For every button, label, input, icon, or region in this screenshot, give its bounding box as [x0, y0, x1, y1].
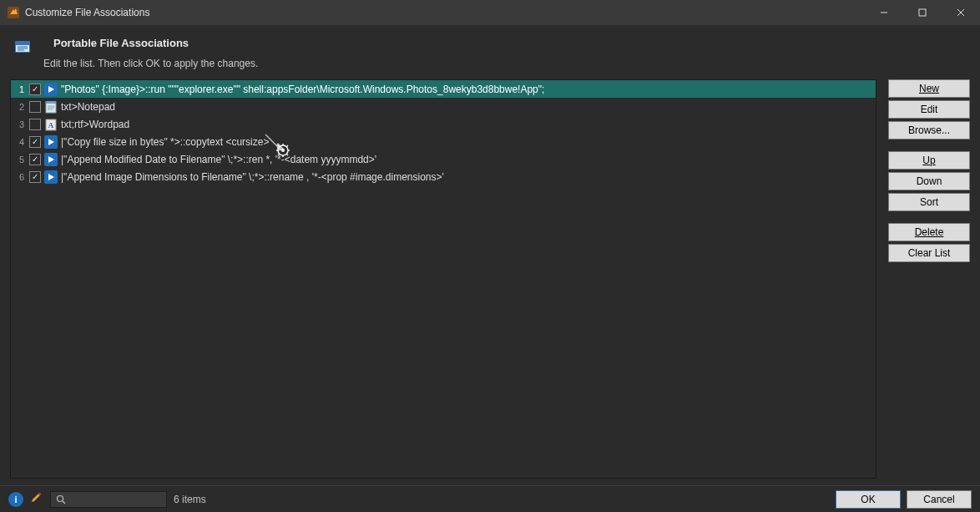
line-number: 3: [11, 119, 28, 129]
svg-text:A: A: [48, 121, 54, 129]
row-type-icon: A: [44, 118, 58, 131]
cancel-button[interactable]: Cancel: [907, 490, 972, 509]
row-type-icon: [44, 100, 58, 114]
line-number: 5: [11, 155, 28, 165]
row-checkbox[interactable]: [29, 154, 41, 165]
titlebar: Customize File Associations: [0, 0, 980, 25]
row-type-icon: [44, 153, 58, 166]
browse-button[interactable]: Browse...: [888, 121, 970, 139]
maximize-button[interactable]: [903, 0, 942, 25]
list-row[interactable]: 3Atxt;rtf>Wordpad: [11, 115, 876, 133]
row-type-icon: [44, 135, 58, 149]
list-row[interactable]: 1"Photos" {:Image}>::run """explorer.exe…: [11, 80, 876, 98]
down-button[interactable]: Down: [888, 172, 970, 190]
up-button[interactable]: Up: [888, 151, 970, 170]
row-text: "Photos" {:Image}>::run """explorer.exe"…: [61, 84, 544, 95]
header-title: Portable File Associations: [43, 37, 258, 56]
side-buttons: New Edit Browse... Up Down Sort Delete C…: [888, 79, 970, 479]
minimize-button[interactable]: [865, 0, 903, 25]
row-text: |"Copy file size in bytes" *>::copytext …: [61, 136, 269, 148]
info-icon[interactable]: i: [8, 492, 23, 507]
edit-icon[interactable]: [30, 491, 43, 507]
search-icon: [56, 494, 66, 504]
list-row[interactable]: 5|"Append Modified Date to Filename" \;*…: [11, 150, 876, 168]
main-area: 1"Photos" {:Image}>::run """explorer.exe…: [0, 79, 980, 485]
row-checkbox[interactable]: [29, 119, 41, 130]
line-number: 1: [11, 84, 28, 94]
row-type-icon: [44, 83, 58, 96]
app-icon: [7, 6, 20, 19]
sort-button[interactable]: Sort: [888, 193, 970, 211]
header-subtitle: Edit the list. Then click OK to apply th…: [43, 58, 258, 69]
row-checkbox[interactable]: [29, 84, 41, 95]
window-controls: [865, 0, 980, 25]
row-checkbox[interactable]: [29, 171, 41, 183]
status-bar: i 6 items OK Cancel: [0, 485, 980, 512]
delete-button[interactable]: Delete: [888, 223, 970, 241]
ok-button[interactable]: OK: [836, 490, 901, 509]
filter-input[interactable]: [50, 491, 167, 508]
line-number: 2: [11, 102, 28, 112]
svg-point-34: [58, 495, 63, 501]
edit-button[interactable]: Edit: [888, 100, 970, 119]
close-button[interactable]: [942, 0, 980, 25]
list-row[interactable]: 2txt>Notepad: [11, 98, 876, 115]
new-button[interactable]: New: [888, 79, 970, 98]
row-text: txt;rtf>Wordpad: [61, 119, 129, 130]
item-count: 6 items: [174, 494, 206, 505]
clear-list-button[interactable]: Clear List: [888, 244, 970, 262]
associations-list[interactable]: 1"Photos" {:Image}>::run """explorer.exe…: [10, 79, 876, 479]
list-row[interactable]: 4|"Copy file size in bytes" *>::copytext…: [11, 133, 876, 150]
line-number: 6: [11, 172, 28, 182]
row-text: txt>Notepad: [61, 101, 115, 113]
row-text: |"Append Image Dimensions to Filename" \…: [61, 171, 444, 183]
svg-rect-12: [46, 101, 56, 104]
dialog-header: Portable File Associations Edit the list…: [0, 25, 980, 79]
svg-line-35: [63, 501, 65, 504]
header-icon: [13, 38, 33, 58]
row-type-icon: [44, 170, 58, 184]
row-checkbox[interactable]: [29, 136, 41, 148]
row-checkbox[interactable]: [29, 101, 41, 113]
window-title: Customize File Associations: [25, 7, 149, 18]
svg-rect-2: [919, 9, 926, 16]
list-row[interactable]: 6|"Append Image Dimensions to Filename" …: [11, 168, 876, 185]
line-number: 4: [11, 137, 28, 147]
row-text: |"Append Modified Date to Filename" \;*>…: [61, 154, 376, 165]
